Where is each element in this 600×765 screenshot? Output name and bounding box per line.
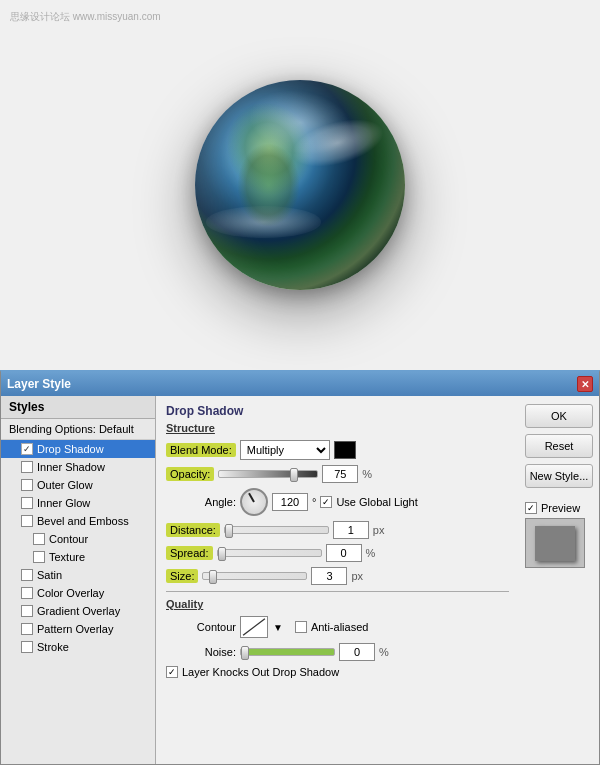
opacity-label: Opacity:	[166, 467, 214, 481]
global-light-checkbox-row[interactable]: ✓ Use Global Light	[320, 496, 417, 508]
angle-needle	[248, 493, 255, 503]
style-item-inner-shadow[interactable]: Inner Shadow	[1, 458, 155, 476]
checkbox-outer-glow[interactable]	[21, 479, 33, 491]
new-style-button[interactable]: New Style...	[525, 464, 593, 488]
watermark: 思缘设计论坛 www.missyuan.com	[10, 10, 161, 24]
style-item-texture[interactable]: Texture	[1, 548, 155, 566]
style-item-drop-shadow[interactable]: ✓ Drop Shadow	[1, 440, 155, 458]
distance-thumb[interactable]	[225, 524, 233, 538]
global-light-checkbox[interactable]: ✓	[320, 496, 332, 508]
label-satin: Satin	[37, 569, 62, 581]
noise-unit: %	[379, 646, 389, 658]
noise-input[interactable]	[339, 643, 375, 661]
controls-panel: Drop Shadow Structure Blend Mode: Multip…	[156, 396, 519, 764]
styles-label: Styles	[1, 396, 155, 419]
noise-label: Noise:	[166, 646, 236, 658]
structure-header: Structure	[166, 422, 509, 434]
contour-dropdown-arrow[interactable]: ▼	[273, 622, 283, 633]
drop-shadow-header: Drop Shadow	[166, 404, 509, 418]
spread-label: Spread:	[166, 546, 213, 560]
checkbox-inner-glow[interactable]	[21, 497, 33, 509]
spread-slider[interactable]	[217, 549, 322, 557]
blending-options-label[interactable]: Blending Options: Default	[1, 419, 155, 440]
noise-slider[interactable]	[240, 648, 335, 656]
checkbox-pattern-overlay[interactable]	[21, 623, 33, 635]
preview-label: Preview	[541, 502, 580, 514]
checkbox-satin[interactable]	[21, 569, 33, 581]
style-item-pattern-overlay[interactable]: Pattern Overlay	[1, 620, 155, 638]
checkbox-color-overlay[interactable]	[21, 587, 33, 599]
style-item-color-overlay[interactable]: Color Overlay	[1, 584, 155, 602]
quality-header: Quality	[166, 598, 509, 610]
checkbox-stroke[interactable]	[21, 641, 33, 653]
label-bevel-emboss: Bevel and Emboss	[37, 515, 129, 527]
global-light-label: Use Global Light	[336, 496, 417, 508]
shadow-color-swatch[interactable]	[334, 441, 356, 459]
label-gradient-overlay: Gradient Overlay	[37, 605, 120, 617]
contour-row: Contour ▼ Anti-aliased	[166, 616, 509, 638]
checkbox-drop-shadow[interactable]: ✓	[21, 443, 33, 455]
preview-box	[525, 518, 585, 568]
angle-row: Angle: ° ✓ Use Global Light	[166, 488, 509, 516]
preview-checkbox[interactable]: ✓	[525, 502, 537, 514]
label-outer-glow: Outer Glow	[37, 479, 93, 491]
dialog-title: Layer Style	[7, 377, 71, 391]
noise-thumb[interactable]	[241, 646, 249, 660]
checkbox-texture[interactable]	[33, 551, 45, 563]
dialog-titlebar: Layer Style ✕	[1, 372, 599, 396]
layer-style-dialog: Layer Style ✕ Styles Blending Options: D…	[0, 370, 600, 765]
label-inner-glow: Inner Glow	[37, 497, 90, 509]
quality-divider	[166, 591, 509, 592]
angle-dial[interactable]	[240, 488, 268, 516]
label-inner-shadow: Inner Shadow	[37, 461, 105, 473]
checkbox-contour[interactable]	[33, 533, 45, 545]
styles-panel: Styles Blending Options: Default ✓ Drop …	[1, 396, 156, 764]
opacity-slider[interactable]	[218, 470, 318, 478]
label-color-overlay: Color Overlay	[37, 587, 104, 599]
label-drop-shadow: Drop Shadow	[37, 443, 104, 455]
layer-knocks-checkbox[interactable]: ✓	[166, 666, 178, 678]
label-texture: Texture	[49, 551, 85, 563]
spread-thumb[interactable]	[218, 547, 226, 561]
ok-button[interactable]: OK	[525, 404, 593, 428]
distance-input[interactable]	[333, 521, 369, 539]
size-thumb[interactable]	[209, 570, 217, 584]
distance-slider[interactable]	[224, 526, 329, 534]
style-item-satin[interactable]: Satin	[1, 566, 155, 584]
label-contour: Contour	[49, 533, 88, 545]
checkbox-gradient-overlay[interactable]	[21, 605, 33, 617]
distance-label: Distance:	[166, 523, 220, 537]
contour-preview[interactable]	[240, 616, 268, 638]
preview-inner	[535, 526, 575, 561]
size-input[interactable]	[311, 567, 347, 585]
style-item-inner-glow[interactable]: Inner Glow	[1, 494, 155, 512]
anti-aliased-checkbox[interactable]	[295, 621, 307, 633]
opacity-row: Opacity: %	[166, 465, 509, 483]
style-item-bevel-emboss[interactable]: Bevel and Emboss	[1, 512, 155, 530]
anti-aliased-row: Anti-aliased	[295, 621, 368, 633]
size-label: Size:	[166, 569, 198, 583]
layer-knocks-checkbox-row[interactable]: ✓ Layer Knocks Out Drop Shadow	[166, 666, 339, 678]
spread-unit: %	[366, 547, 376, 559]
checkbox-bevel-emboss[interactable]	[21, 515, 33, 527]
style-item-outer-glow[interactable]: Outer Glow	[1, 476, 155, 494]
blend-mode-dropdown[interactable]: Multiply Normal Screen Overlay	[240, 440, 330, 460]
angle-input[interactable]	[272, 493, 308, 511]
reset-button[interactable]: Reset	[525, 434, 593, 458]
blend-mode-label: Blend Mode:	[166, 443, 236, 457]
checkbox-inner-shadow[interactable]	[21, 461, 33, 473]
spread-input[interactable]	[326, 544, 362, 562]
spread-row: Spread: %	[166, 544, 509, 562]
angle-label: Angle:	[166, 496, 236, 508]
opacity-input[interactable]	[322, 465, 358, 483]
opacity-thumb[interactable]	[290, 468, 298, 482]
style-item-contour[interactable]: Contour	[1, 530, 155, 548]
noise-row: Noise: %	[166, 643, 509, 661]
distance-row: Distance: px	[166, 521, 509, 539]
degree-symbol: °	[312, 496, 316, 508]
size-slider[interactable]	[202, 572, 307, 580]
style-item-stroke[interactable]: Stroke	[1, 638, 155, 656]
distance-unit: px	[373, 524, 385, 536]
close-button[interactable]: ✕	[577, 376, 593, 392]
style-item-gradient-overlay[interactable]: Gradient Overlay	[1, 602, 155, 620]
